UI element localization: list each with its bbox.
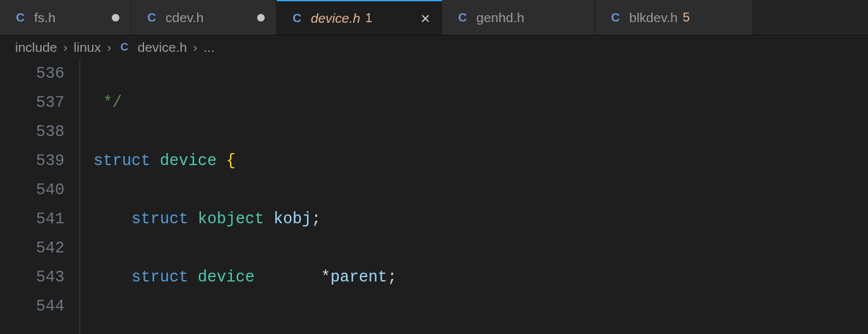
chevron-right-icon: › (64, 41, 68, 54)
c-file-icon: C (608, 10, 623, 25)
punct: ; (387, 268, 397, 287)
code-content[interactable]: */ struct device { struct kobject kobj; … (88, 59, 700, 334)
indent-guide (71, 59, 88, 334)
identifier: kobj (274, 210, 311, 228)
code-line[interactable]: struct device *parent; (93, 263, 700, 292)
dirty-dot-icon (257, 14, 265, 22)
line-number: 543 (0, 263, 71, 292)
breadcrumb-symbol[interactable]: ... (203, 40, 215, 55)
problems-badge: 1 (365, 11, 372, 25)
tab-blkdev-h[interactable]: C blkdev.h 5 (595, 0, 753, 35)
keyword: struct (131, 268, 188, 287)
punct: * (321, 268, 330, 287)
chevron-right-icon: › (107, 41, 111, 54)
identifier: parent (330, 268, 387, 287)
tab-label: genhd.h (476, 10, 524, 25)
breadcrumb: include › linux › C device.h › ... (0, 35, 868, 59)
type: device (198, 268, 255, 287)
brace: { (226, 152, 236, 170)
close-icon[interactable]: × (421, 10, 430, 27)
breadcrumb-include[interactable]: include (15, 40, 57, 55)
breadcrumb-linux[interactable]: linux (74, 40, 101, 55)
tab-cdev-h[interactable]: C cdev.h (131, 0, 277, 35)
line-number: 540 (0, 176, 71, 205)
line-number-gutter: 536 537 538 539 540 541 542 543 544 (0, 59, 71, 334)
type: kobject (198, 210, 264, 228)
line-number: 542 (0, 234, 71, 263)
line-number: 541 (0, 205, 71, 234)
tab-label: device.h (311, 11, 360, 26)
code-editor[interactable]: 536 537 538 539 540 541 542 543 544 */ s… (0, 59, 868, 334)
c-file-icon: C (289, 11, 304, 26)
code-line[interactable] (93, 321, 700, 334)
keyword: struct (131, 210, 188, 228)
tab-label: fs.h (34, 10, 56, 25)
type: device (160, 152, 217, 170)
line-number: 544 (0, 292, 71, 321)
code-line[interactable]: struct device { (93, 147, 700, 176)
c-file-icon: C (144, 10, 159, 25)
tab-fs-h[interactable]: C fs.h (0, 0, 131, 35)
keyword: struct (93, 152, 150, 170)
code-line[interactable]: struct kobject kobj; (93, 205, 700, 234)
c-file-icon: C (118, 40, 131, 54)
c-file-icon: C (13, 10, 28, 25)
tab-genhd-h[interactable]: C genhd.h (442, 0, 595, 35)
tab-device-h[interactable]: C device.h 1 × (277, 0, 442, 35)
punct: ; (311, 210, 321, 228)
tab-label: cdev.h (166, 10, 203, 25)
line-number: 537 (0, 89, 71, 118)
code-line[interactable]: */ (93, 89, 700, 118)
c-file-icon: C (455, 10, 470, 25)
problems-badge: 5 (683, 10, 690, 25)
chevron-right-icon: › (193, 41, 197, 54)
breadcrumb-file[interactable]: device.h (138, 40, 187, 55)
dirty-dot-icon (112, 14, 119, 22)
tab-bar: C fs.h C cdev.h C device.h 1 × C genhd.h… (0, 0, 868, 35)
line-number: 536 (0, 59, 71, 89)
line-number: 538 (0, 118, 71, 147)
line-number: 539 (0, 147, 71, 176)
tab-label: blkdev.h (629, 10, 678, 25)
comment-end: */ (103, 94, 122, 112)
